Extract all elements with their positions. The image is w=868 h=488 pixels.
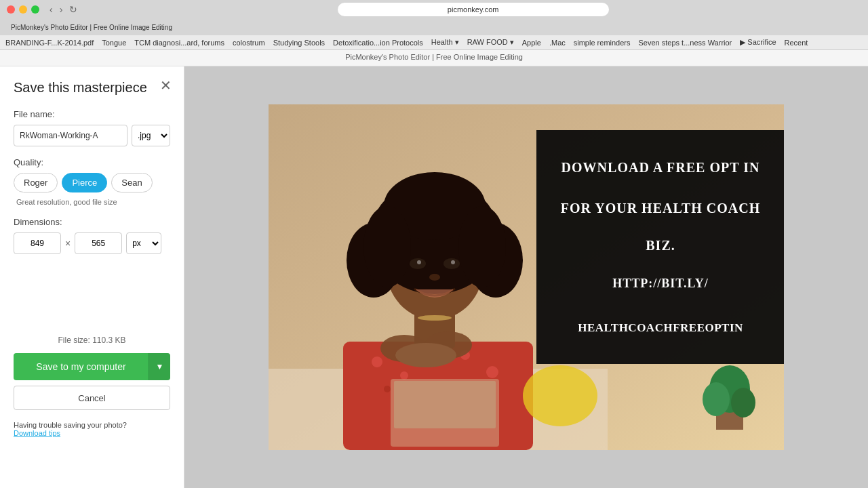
back-button[interactable]: ‹ [47,4,55,15]
width-input[interactable] [14,232,61,254]
svg-text:DOWNLOAD A FREE OPT IN: DOWNLOAD A FREE OPT IN [561,160,760,175]
quality-label: Quality: [14,157,170,167]
cancel-button[interactable]: Cancel [14,386,170,410]
bookmark-apple[interactable]: Apple [522,39,541,47]
close-window-btn[interactable] [7,5,15,14]
save-dropdown-button[interactable]: ▼ [149,353,170,380]
bookmark-detox[interactable]: Detoxificatio...ion Protocols [333,39,423,47]
quality-description: Great resolution, good file size [16,198,170,206]
page-title-text: PicMonkey's Photo Editor | Free Online I… [345,53,523,61]
bookmark-mac[interactable]: .Mac [549,39,566,47]
browser-top-bar: ‹ › ↻ picmonkey.com [0,0,868,19]
svg-text:HTTP://BIT.LY/: HTTP://BIT.LY/ [612,277,709,290]
close-button[interactable]: ✕ [160,79,172,92]
traffic-lights [7,5,39,14]
bookmark-reminders[interactable]: simple reminders [574,39,631,47]
svg-point-20 [451,260,455,264]
svg-point-5 [400,371,408,380]
quality-sean[interactable]: Sean [111,173,152,192]
svg-point-25 [418,315,452,321]
forward-button[interactable]: › [58,4,65,15]
svg-point-19 [417,260,421,264]
file-name-label: File name: [14,109,170,119]
svg-point-31 [703,382,730,416]
minimize-window-btn[interactable] [19,5,27,14]
bookmarks-bar: BRANDING-F...K-2014.pdf Tongue TCM diagn… [0,35,868,50]
svg-point-32 [731,388,755,418]
format-select[interactable]: .jpg .png .gif [132,125,170,146]
svg-point-28 [523,365,597,426]
dimensions-section: Dimensions: × px in cm [14,217,170,254]
svg-point-15 [363,206,411,287]
bookmark-stools[interactable]: Studying Stools [273,39,325,47]
file-name-row: .jpg .png .gif [14,125,170,146]
main-area: Save this masterpiece ✕ File name: .jpg … [0,66,868,488]
tab-title: PicMonkey's Photo Editor | Free Online I… [11,24,172,31]
quality-roger[interactable]: Roger [14,173,58,192]
svg-point-7 [486,366,498,378]
browser-chrome: ‹ › ↻ picmonkey.com PicMonkey's Photo Ed… [0,0,868,47]
active-tab[interactable]: PicMonkey's Photo Editor | Free Online I… [5,22,178,33]
address-bar[interactable]: picmonkey.com [338,3,609,16]
bookmark-branding[interactable]: BRANDING-F...K-2014.pdf [5,39,94,47]
svg-point-8 [384,386,391,392]
image-preview-area: DOWNLOAD A FREE OPT IN FOR YOUR HEALTH C… [184,66,868,488]
bookmark-sevensteps[interactable]: Seven steps t...ness Warrior [639,39,732,47]
bookmark-health[interactable]: Health ▾ [431,38,459,47]
save-dialog: Save this masterpiece ✕ File name: .jpg … [0,66,184,488]
bookmark-sacrifice[interactable]: ▶ Sacrifice [740,38,776,47]
bookmark-tcm[interactable]: TCM diagnosi...ard, forums [134,39,224,47]
maximize-window-btn[interactable] [31,5,39,14]
bookmark-tongue[interactable]: Tongue [102,39,126,47]
trouble-text: Having trouble saving your photo? [14,421,170,429]
svg-rect-27 [394,381,496,428]
quality-buttons: Roger Pierce Sean [14,173,170,192]
preview-svg: DOWNLOAD A FREE OPT IN FOR YOUR HEALTH C… [269,104,784,450]
svg-point-21 [429,274,440,281]
save-to-computer-button[interactable]: Save to my computer [14,353,149,380]
svg-point-24 [395,343,456,367]
bookmark-colostrum[interactable]: colostrum [233,39,265,47]
quality-pierce[interactable]: Pierce [62,173,107,192]
preview-image: DOWNLOAD A FREE OPT IN FOR YOUR HEALTH C… [269,104,784,450]
refresh-button[interactable]: ↻ [67,4,79,15]
svg-text:BIZ.: BIZ. [646,238,675,253]
file-name-input[interactable] [14,125,127,146]
address-text: picmonkey.com [448,5,499,14]
save-button-row: Save to my computer ▼ [14,353,170,380]
unit-select[interactable]: px in cm [126,232,161,254]
dimensions-row: × px in cm [14,232,170,254]
svg-point-16 [458,206,506,287]
dimension-separator: × [65,238,71,249]
svg-text:FOR YOUR HEALTH COACH: FOR YOUR HEALTH COACH [561,201,761,216]
nav-buttons: ‹ › ↻ [47,4,79,15]
file-size-text: File size: 110.3 KB [14,336,170,345]
svg-point-4 [372,357,382,367]
page-title-bar: PicMonkey's Photo Editor | Free Online I… [0,47,868,66]
bookmark-recent[interactable]: Recent [785,39,808,47]
dimensions-label: Dimensions: [14,217,170,227]
height-input[interactable] [75,232,122,254]
dropdown-chevron-icon: ▼ [156,362,164,371]
download-tips-link[interactable]: Download tips [14,429,170,437]
bookmark-rawfood[interactable]: RAW FOOD ▾ [467,38,514,47]
dialog-title: Save this masterpiece [14,80,170,96]
svg-text:HEALTHCOACHFREEOPTIN: HEALTHCOACHFREEOPTIN [578,321,743,334]
tab-bar: PicMonkey's Photo Editor | Free Online I… [0,19,868,35]
quality-section: Quality: Roger Pierce Sean Great resolut… [14,157,170,206]
